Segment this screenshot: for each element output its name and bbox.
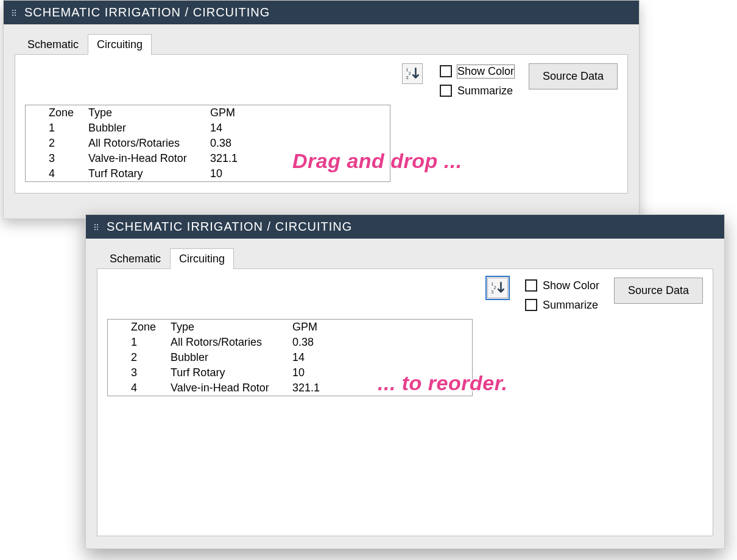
summarize-input[interactable]	[525, 299, 537, 311]
tab-schematic[interactable]: Schematic	[18, 34, 88, 55]
cell-type: All Rotors/Rotaries	[81, 136, 203, 151]
tab-circuiting[interactable]: Circuiting	[88, 34, 152, 55]
cell-type: Bubbler	[163, 350, 285, 365]
source-data-button[interactable]: Source Data	[614, 278, 703, 304]
col-type: Type	[81, 105, 203, 121]
panel-title: SCHEMATIC IRRIGATION / CIRCUITING	[107, 220, 352, 234]
show-color-input[interactable]	[440, 65, 452, 77]
show-color-input[interactable]	[525, 279, 537, 292]
cell-type: Valve-in-Head Rotor	[163, 380, 285, 396]
summarize-label: Summarize	[457, 85, 513, 97]
titlebar[interactable]: SCHEMATIC IRRIGATION / CIRCUITING	[86, 215, 724, 239]
cell-type: All Rotors/Rotaries	[163, 335, 285, 350]
cell-zone: 2	[108, 350, 164, 365]
titlebar[interactable]: SCHEMATIC IRRIGATION / CIRCUITING	[4, 1, 639, 24]
tab-content: 1 2 3 Show Color Summarize	[97, 268, 713, 536]
cell-gpm: 10	[203, 166, 252, 182]
summarize-label: Summarize	[543, 299, 598, 312]
table-row[interactable]: 3Valve-in-Head Rotor321.1	[26, 151, 390, 166]
cell-gpm: 0.38	[203, 136, 252, 151]
table-row[interactable]: 2All Rotors/Rotaries0.38	[26, 136, 390, 151]
cell-type: Turf Rotary	[81, 166, 203, 182]
cell-zone: 4	[26, 166, 82, 182]
table-row[interactable]: 3Turf Rotary10	[108, 365, 473, 380]
cell-zone: 1	[26, 121, 82, 136]
cell-zone: 4	[108, 380, 164, 396]
table-row[interactable]: 1All Rotors/Rotaries0.38	[108, 335, 473, 350]
cell-zone: 3	[108, 365, 164, 380]
cell-type: Valve-in-Head Rotor	[81, 151, 203, 166]
svg-text:3: 3	[491, 289, 493, 295]
drag-grip-icon	[12, 10, 16, 16]
source-data-button[interactable]: Source Data	[529, 63, 618, 89]
cell-gpm: 10	[285, 365, 334, 380]
tab-content: 1 2 3 Show Color Summarize	[15, 54, 628, 194]
col-gpm: GPM	[285, 320, 334, 335]
col-gpm: GPM	[203, 105, 252, 121]
svg-text:3: 3	[406, 75, 408, 80]
svg-text:2: 2	[493, 285, 496, 290]
cell-gpm: 14	[285, 350, 334, 365]
table-row[interactable]: 4Valve-in-Head Rotor321.1	[108, 380, 473, 396]
cell-gpm: 321.1	[285, 380, 334, 396]
sort-numeric-icon: 1 2 3	[404, 66, 420, 82]
panel-after: SCHEMATIC IRRIGATION / CIRCUITING Schema…	[85, 214, 725, 549]
cell-type: Turf Rotary	[163, 365, 285, 380]
tabs: Schematic Circuiting	[100, 248, 713, 269]
summarize-checkbox[interactable]: Summarize	[437, 83, 514, 99]
drag-grip-icon	[94, 224, 98, 230]
show-color-label: Show Color	[457, 65, 514, 78]
table-row[interactable]: 4Turf Rotary10	[26, 166, 390, 182]
tab-circuiting[interactable]: Circuiting	[170, 248, 234, 269]
table-row[interactable]: 1Bubbler14	[26, 121, 390, 136]
reorder-button[interactable]: 1 2 3	[487, 278, 508, 298]
tab-schematic[interactable]: Schematic	[100, 248, 170, 269]
cell-zone: 2	[26, 136, 82, 151]
col-type: Type	[163, 320, 285, 335]
table-row[interactable]: 2Bubbler14	[108, 350, 473, 365]
svg-text:2: 2	[408, 71, 411, 76]
summarize-checkbox[interactable]: Summarize	[523, 297, 599, 313]
summarize-input[interactable]	[440, 85, 452, 97]
zone-table[interactable]: Zone Type GPM 1All Rotors/Rotaries0.382B…	[107, 319, 473, 396]
cell-gpm: 0.38	[285, 335, 334, 350]
sort-numeric-icon: 1 2 3	[490, 280, 506, 296]
show-color-label: Show Color	[543, 279, 599, 292]
panel-title: SCHEMATIC IRRIGATION / CIRCUITING	[24, 5, 270, 19]
tabs: Schematic Circuiting	[18, 34, 628, 55]
show-color-checkbox[interactable]: Show Color	[437, 63, 514, 79]
cell-zone: 1	[108, 335, 164, 350]
col-zone: Zone	[26, 105, 82, 121]
show-color-checkbox[interactable]: Show Color	[523, 278, 599, 293]
cell-gpm: 321.1	[203, 151, 252, 166]
cell-gpm: 14	[203, 121, 252, 136]
reorder-button[interactable]: 1 2 3	[402, 63, 423, 84]
col-zone: Zone	[108, 320, 164, 335]
cell-zone: 3	[26, 151, 82, 166]
panel-before: SCHEMATIC IRRIGATION / CIRCUITING Schema…	[3, 0, 640, 219]
zone-table[interactable]: Zone Type GPM 1Bubbler142All Rotors/Rota…	[25, 105, 390, 182]
cell-type: Bubbler	[81, 121, 203, 136]
